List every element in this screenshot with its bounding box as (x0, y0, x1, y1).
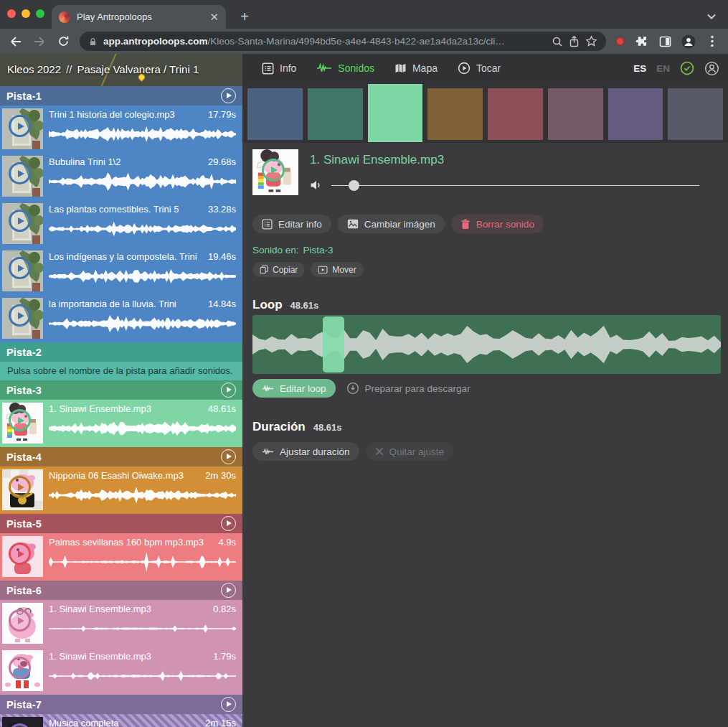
clip-row[interactable]: Musica completa2m 15s (0, 714, 242, 727)
clip-row[interactable]: Nipponia 06 Esashi Oiwake.mp32m 30s (0, 466, 242, 514)
track-header-pista-2[interactable]: Pista-2 (0, 342, 242, 362)
clip-row[interactable]: 1. Sinawi Ensemble.mp348.61s (0, 400, 242, 447)
track-play-button-icon[interactable] (221, 697, 236, 712)
traffic-light-close[interactable] (7, 9, 16, 18)
account-icon[interactable] (704, 61, 719, 76)
track-header-pista-1[interactable]: Pista-1 (0, 86, 242, 105)
clip-row[interactable]: la importancia de la lluvia. Trini14.84s (0, 295, 242, 342)
tab-close-icon[interactable]: ✕ (209, 11, 219, 22)
track-play-button-icon[interactable] (221, 583, 236, 598)
bookmark-star-icon[interactable] (585, 35, 597, 47)
remove-adjust-button[interactable]: Quitar ajuste (366, 442, 454, 461)
change-image-button[interactable]: Cambiar imágen (338, 215, 445, 233)
clip-title: Musica completa (49, 718, 119, 727)
palette-swatch-1[interactable] (247, 88, 303, 140)
clip-title-row: Bubulina Trini 1\229.68s (49, 156, 236, 167)
adjust-duration-button[interactable]: Ajustar duración (252, 442, 359, 461)
clip-thumbnail[interactable] (2, 536, 43, 577)
track-header-pista-7[interactable]: Pista-7 (0, 695, 242, 714)
profile-avatar-icon[interactable] (681, 34, 696, 50)
tab-info[interactable]: Info (255, 54, 303, 83)
track-header-pista-3[interactable]: Pista-3 (0, 380, 242, 400)
share-icon[interactable] (569, 35, 580, 47)
edit-loop-button[interactable]: Editar loop (252, 379, 336, 398)
tab-mapa[interactable]: Mapa (388, 54, 444, 83)
zoom-page-icon[interactable] (552, 36, 563, 47)
clip-thumbnail[interactable] (2, 203, 43, 244)
sound-play-overlay-icon[interactable] (262, 159, 285, 182)
palette-swatch-2[interactable] (308, 88, 363, 140)
clip-thumbnail[interactable] (2, 469, 43, 510)
sync-check-icon[interactable] (680, 61, 694, 75)
volume-slider-thumb[interactable] (349, 180, 359, 191)
clip-thumbnail[interactable] (2, 650, 43, 691)
tab-sonidos[interactable]: Sonidos (310, 54, 381, 83)
volume-slider[interactable] (331, 180, 699, 191)
volume-icon[interactable] (310, 179, 322, 191)
clip-row[interactable]: 1. Sinawi Ensemble.mp31.79s (0, 647, 242, 695)
palette-swatch-6[interactable] (548, 88, 603, 140)
clip-thumbnail[interactable] (2, 717, 43, 727)
clip-row[interactable]: 1. Sinawi Ensemble.mp30.82s (0, 600, 242, 647)
address-bar[interactable]: app.antropoloops.com/Kleos-Santa-Marina/… (80, 32, 606, 51)
track-play-button-icon[interactable] (221, 516, 236, 531)
prepare-download-button[interactable]: Preparar para descargar (346, 382, 471, 395)
track-play-button-icon[interactable] (221, 383, 236, 398)
traffic-light-minimize[interactable] (22, 9, 30, 18)
duration-value: 48.61s (313, 422, 342, 433)
clip-title: Bubulina Trini 1\2 (49, 156, 120, 167)
clip-thumbnail[interactable] (2, 603, 43, 644)
loop-playhead[interactable] (323, 316, 344, 372)
breadcrumb-map-photo[interactable]: Kleos 2022//Pasaje Valvanera / Trini 1 (0, 54, 242, 86)
palette-swatch-8[interactable] (668, 88, 723, 140)
track-header-pista-5[interactable]: Pista-5 (0, 514, 242, 533)
track-play-button-icon[interactable] (221, 449, 236, 464)
browser-tab[interactable]: Play Antropoloops ✕ (52, 5, 226, 29)
play-triangle-icon (18, 265, 24, 272)
reload-button[interactable] (56, 35, 70, 47)
breadcrumb-project[interactable]: Kleos 2022 (7, 63, 61, 75)
lang-en-button[interactable]: EN (656, 63, 670, 74)
sound-detail-panel: 1. Sinawi Ensemble.mp3 (242, 83, 728, 727)
new-tab-button[interactable]: + (235, 7, 254, 26)
sound-location-track-link[interactable]: Pista-3 (303, 245, 334, 255)
clip-row[interactable]: Bubulina Trini 1\229.68s (0, 153, 242, 200)
tab-tocar[interactable]: Tocar (451, 54, 507, 83)
palette-swatch-3[interactable] (368, 84, 423, 142)
clip-thumbnail[interactable] (2, 156, 43, 197)
delete-sound-button[interactable]: Borrar sonido (451, 215, 544, 233)
back-button[interactable] (9, 36, 23, 47)
breadcrumb-page[interactable]: Pasaje Valvanera / Trini 1 (77, 63, 199, 75)
clip-thumbnail[interactable] (2, 250, 43, 291)
edit-info-button[interactable]: Editar info (252, 215, 331, 233)
clip-row[interactable]: Trini 1 historia del colegio.mp317.79s (0, 105, 242, 153)
recording-indicator-icon[interactable] (615, 37, 625, 46)
move-button[interactable]: Mover (311, 262, 363, 277)
clip-thumbnail[interactable] (2, 298, 43, 339)
play-triangle-icon (18, 312, 24, 319)
clip-play-overlay-icon (9, 115, 31, 137)
clip-thumbnail[interactable] (2, 403, 43, 444)
clip-row[interactable]: Palmas sevillanas 160 bpm mp3.mp34.9s (0, 533, 242, 581)
tab-search-chevron-icon[interactable] (706, 10, 717, 23)
palette-swatch-5[interactable] (488, 88, 543, 140)
menu-kebab-icon[interactable] (705, 35, 719, 47)
clip-row[interactable]: Las plantas comestibles. Trini 533.28s (0, 200, 242, 248)
traffic-light-zoom[interactable] (36, 9, 44, 18)
clip-row[interactable]: Los indígenas y la compostela. Trini19.4… (0, 248, 242, 295)
clip-thumbnail[interactable] (2, 108, 43, 149)
track-header-pista-6[interactable]: Pista-6 (0, 581, 242, 600)
extensions-puzzle-icon[interactable] (634, 35, 648, 47)
palette-swatch-7[interactable] (608, 88, 663, 140)
side-panel-icon[interactable] (658, 36, 672, 47)
sound-thumbnail[interactable] (252, 149, 298, 195)
track-name: Pista-5 (6, 518, 42, 530)
lang-es-button[interactable]: ES (633, 63, 646, 74)
forward-button[interactable] (32, 36, 47, 47)
track-play-button-icon[interactable] (221, 88, 236, 103)
copy-button[interactable]: Copiar (252, 262, 305, 277)
antropoloops-app: Info Sonidos Mapa Tocar ES EN (0, 54, 728, 727)
track-header-pista-4[interactable]: Pista-4 (0, 447, 242, 466)
loop-waveform-editor[interactable] (252, 315, 721, 374)
palette-swatch-4[interactable] (427, 88, 483, 140)
